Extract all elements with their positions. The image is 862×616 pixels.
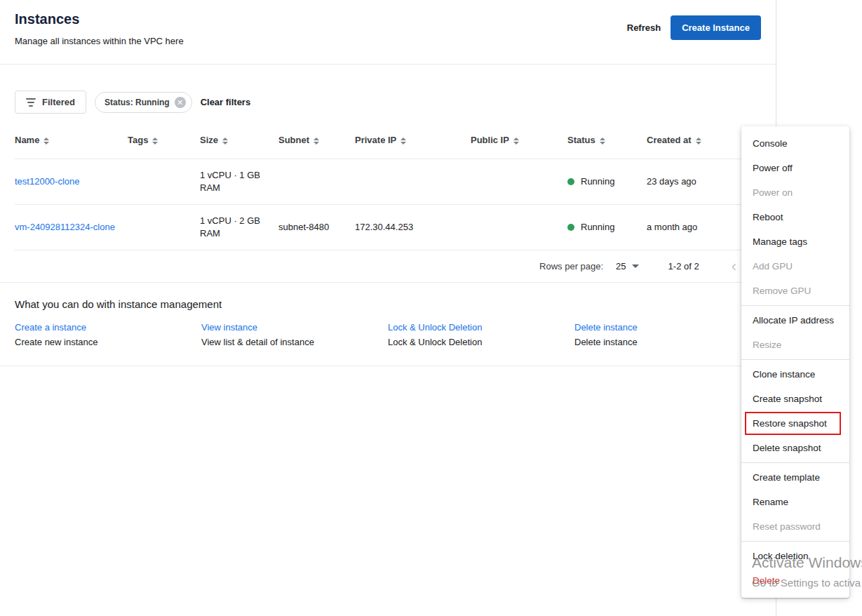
menu-item-delete[interactable]: Delete [741, 568, 849, 593]
main-content: Instances Manage all instances within th… [0, 0, 776, 616]
column-header-name[interactable]: Name [15, 126, 128, 159]
create-instance-button[interactable]: Create Instance [671, 15, 761, 40]
menu-divider [741, 359, 849, 360]
table-header: Name Tags Size Subnet Private IP Public … [15, 126, 761, 159]
cell-private-ip: 172.30.44.253 [355, 205, 471, 250]
instances-table: Name Tags Size Subnet Private IP Public … [15, 126, 761, 250]
help-item-description: Lock & Unlock Deletion [388, 337, 563, 347]
page-title: Instances [15, 11, 184, 27]
cell-size: 1 vCPU · 1 GB RAM [200, 159, 278, 205]
menu-divider [741, 462, 849, 463]
cell-tags [128, 205, 200, 250]
instance-name-link[interactable]: vm-240928112324-clone [15, 222, 115, 232]
menu-divider [741, 541, 849, 542]
page-subtitle: Manage all instances within the VPC here [15, 36, 184, 46]
status-badge: Running [567, 221, 640, 234]
cell-public-ip [471, 205, 567, 250]
pagination-range: 1-2 of 2 [668, 261, 699, 272]
help-grid: Create a instance Create new instance Vi… [15, 322, 761, 347]
header-actions: Refresh Create Instance [627, 15, 761, 40]
menu-item-console[interactable]: Console [741, 131, 849, 156]
menu-item-delete-snapshot[interactable]: Delete snapshot [741, 436, 849, 460]
menu-item-create-template[interactable]: Create template [741, 465, 849, 490]
menu-divider [741, 305, 849, 306]
sort-icon [400, 138, 406, 145]
view-instance-link[interactable]: View instance [201, 322, 377, 333]
instance-table-body: test12000-clone 1 vCPU · 1 GB RAM Runnin… [15, 159, 761, 250]
cell-size: 1 vCPU · 2 GB RAM [200, 205, 278, 250]
menu-item-power-on: Power on [741, 180, 849, 205]
sort-icon [513, 138, 519, 145]
filtered-button[interactable]: Filtered [15, 91, 86, 114]
help-item-description: Delete instance [574, 337, 750, 347]
help-item-view-instance: View instance View list & detail of inst… [201, 322, 388, 347]
cell-private-ip [355, 159, 471, 205]
menu-item-power-off[interactable]: Power off [741, 156, 849, 180]
sort-icon [43, 138, 49, 145]
cell-public-ip [471, 159, 567, 205]
pagination-bar: Rows per page: 25 1-2 of 2 ‹ [0, 250, 776, 283]
sort-icon [696, 138, 701, 145]
menu-item-create-snapshot[interactable]: Create snapshot [741, 387, 849, 411]
help-item-delete-instance: Delete instance Delete instance [574, 322, 761, 347]
filter-chip-label: Status: Running [105, 98, 170, 107]
page-header: Instances Manage all instances within th… [0, 0, 776, 65]
column-header-public-ip[interactable]: Public IP [471, 126, 567, 159]
sort-icon [314, 138, 319, 145]
column-header-tags[interactable]: Tags [128, 126, 200, 159]
table-row: test12000-clone 1 vCPU · 1 GB RAM Runnin… [15, 159, 761, 205]
help-section: What you can do with instance management… [0, 283, 776, 366]
menu-item-reboot[interactable]: Reboot [741, 205, 849, 229]
status-dot-icon [567, 224, 574, 231]
menu-item-lock-deletion[interactable]: Lock deletion [741, 544, 849, 568]
menu-item-allocate-ip-address[interactable]: Allocate IP address [741, 308, 849, 333]
sort-icon [600, 138, 605, 145]
column-header-subnet[interactable]: Subnet [278, 126, 355, 159]
menu-item-resize: Resize [741, 333, 849, 357]
help-section-title: What you can do with instance management [15, 298, 761, 310]
status-badge: Running [567, 175, 640, 188]
menu-item-reset-password: Reset password [741, 514, 849, 539]
header-titles: Instances Manage all instances within th… [15, 11, 184, 46]
column-header-status[interactable]: Status [567, 126, 647, 159]
chevron-down-icon [632, 265, 639, 268]
status-dot-icon [567, 178, 574, 185]
menu-item-clone-instance[interactable]: Clone instance [741, 362, 849, 387]
rows-per-page-select[interactable]: 25 [616, 261, 638, 272]
filter-chip-status-running[interactable]: Status: Running ✕ [95, 92, 192, 113]
instance-actions-menu: Console Power off Power on Reboot Manage… [741, 126, 849, 598]
sort-icon [152, 138, 158, 145]
table-row: vm-240928112324-clone 1 vCPU · 2 GB RAM … [15, 205, 761, 250]
menu-item-manage-tags[interactable]: Manage tags [741, 229, 849, 254]
filtered-button-label: Filtered [42, 97, 75, 107]
sort-icon [222, 138, 228, 145]
refresh-button[interactable]: Refresh [627, 22, 661, 33]
help-item-lock-unlock-deletion: Lock & Unlock Deletion Lock & Unlock Del… [388, 322, 574, 347]
clear-filters-button[interactable]: Clear filters [201, 97, 251, 107]
menu-item-remove-gpu: Remove GPU [741, 279, 849, 303]
previous-page-icon[interactable]: ‹ [732, 262, 736, 272]
rows-per-page-label: Rows per page: [539, 261, 603, 272]
instance-name-link[interactable]: test12000-clone [15, 176, 80, 187]
filter-icon [26, 98, 36, 107]
cell-tags [128, 159, 200, 205]
menu-item-restore-snapshot[interactable]: Restore snapshot [741, 411, 849, 436]
delete-instance-link[interactable]: Delete instance [574, 322, 750, 333]
page: Instances Manage all instances within th… [0, 0, 862, 616]
chip-close-icon[interactable]: ✕ [175, 97, 186, 108]
menu-item-add-gpu: Add GPU [741, 254, 849, 279]
column-header-size[interactable]: Size [200, 126, 278, 159]
column-header-private-ip[interactable]: Private IP [355, 126, 471, 159]
help-item-description: Create new instance [15, 337, 190, 347]
cell-subnet [278, 159, 355, 205]
filter-bar: Filtered Status: Running ✕ Clear filters [0, 65, 776, 126]
cell-subnet: subnet-8480 [278, 205, 355, 250]
help-item-create-instance: Create a instance Create new instance [15, 322, 201, 347]
create-a-instance-link[interactable]: Create a instance [15, 322, 190, 333]
help-item-description: View list & detail of instance [201, 337, 377, 347]
rows-per-page-value: 25 [616, 261, 626, 272]
menu-item-rename[interactable]: Rename [741, 490, 849, 514]
lock-unlock-deletion-link[interactable]: Lock & Unlock Deletion [388, 322, 563, 333]
